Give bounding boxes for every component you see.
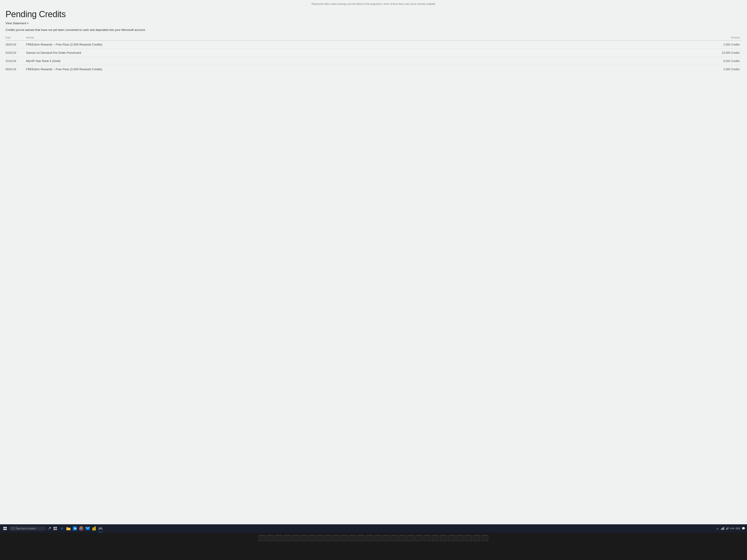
taskbar-app-icons: e 🛍 — [59, 526, 103, 531]
keyboard-key — [473, 535, 480, 541]
cell-reward: 2,000 Credits — [597, 65, 742, 74]
keyboard-key — [432, 535, 439, 541]
column-header-reward: Reward — [597, 35, 742, 41]
keyboard-key — [291, 535, 299, 541]
page-title: Pending Credits — [5, 9, 742, 19]
cell-activity: FREEdom Rewards – Free Pass (2,000 Rewar… — [26, 65, 597, 74]
credits-table: Date Activity Reward 28/02/18FREEdom Rew… — [5, 35, 742, 73]
table-row: 31/01/18MyVIP Star Rank 5 (Gold)6,032 Cr… — [5, 57, 742, 65]
svg-rect-12 — [721, 529, 721, 530]
keyboard-key — [283, 535, 291, 541]
svg-rect-2 — [54, 529, 55, 530]
keyboard-key — [440, 535, 447, 541]
cell-reward: 6,032 Credits — [597, 57, 742, 65]
svg-rect-14 — [722, 528, 723, 530]
search-icon — [11, 527, 14, 530]
cell-activity: FREEdom Rewards – Free Pass (2,000 Rewar… — [26, 41, 597, 49]
time-display: 05/0 — [736, 527, 740, 530]
cell-activity: MyVIP Star Rank 5 (Gold) — [26, 57, 597, 65]
svg-rect-16 — [724, 527, 724, 530]
keyboard-key — [399, 535, 406, 541]
view-statement-button[interactable]: View Statement ▾ — [5, 22, 28, 25]
column-header-date: Date — [5, 35, 26, 41]
cell-date: 31/01/18 — [5, 57, 26, 65]
keyboard-key — [267, 535, 274, 541]
show-hidden-icons[interactable]: ⋀ — [716, 527, 719, 530]
svg-rect-11 — [95, 526, 96, 531]
system-clock[interactable]: 05/0 — [736, 527, 740, 530]
cell-date: 06/01/18 — [5, 65, 26, 74]
keyboard-key — [275, 535, 282, 541]
keyboard-key — [333, 535, 340, 541]
language-indicator[interactable]: ENG — [731, 527, 735, 530]
microsoft-store-icon[interactable]: 🛍 — [72, 526, 77, 531]
keyboard-key — [415, 535, 422, 541]
keyboard-key — [358, 535, 365, 541]
svg-rect-9 — [93, 528, 93, 531]
svg-rect-13 — [722, 528, 722, 530]
taskbar-search[interactable]: Type here to search — [9, 526, 46, 531]
svg-rect-1 — [55, 527, 57, 528]
disclaimer-text: *Represents offers and/or earnings over … — [5, 3, 742, 5]
keyboard-key — [300, 535, 307, 541]
cell-reward: 15,000 Credits — [597, 49, 742, 57]
keyboard-key — [465, 535, 472, 541]
svg-rect-3 — [55, 529, 57, 530]
table-row: 02/02/18Games on Demand Pre-Order Punchc… — [5, 49, 742, 57]
cell-date: 28/02/18 — [5, 41, 26, 49]
cell-date: 02/02/18 — [5, 49, 26, 57]
keyboard-key — [259, 535, 266, 541]
keyboard-area: // We'll create keys via JS below — [0, 533, 747, 560]
keyboard-key — [448, 535, 456, 541]
xbox-icon[interactable]: 🎮 — [98, 526, 103, 531]
powerbi-icon[interactable] — [92, 526, 97, 531]
svg-rect-5 — [67, 527, 68, 528]
table-header-row: Date Activity Reward — [5, 35, 742, 41]
column-header-activity: Activity — [26, 35, 597, 41]
keyboard-row: // We'll create keys via JS below — [0, 535, 747, 541]
network-icon[interactable] — [721, 527, 724, 530]
keyboard-key — [341, 535, 348, 541]
chrome-browser-icon[interactable] — [79, 526, 84, 531]
table-row: 28/02/18FREEdom Rewards – Free Pass (2,0… — [5, 41, 742, 49]
svg-rect-4 — [67, 528, 71, 530]
keyboard-key — [390, 535, 398, 541]
svg-rect-0 — [54, 527, 55, 528]
volume-icon[interactable]: 🔊 — [726, 527, 729, 530]
table-row: 06/01/18FREEdom Rewards – Free Pass (2,0… — [5, 65, 742, 74]
keyboard-key — [481, 535, 488, 541]
svg-rect-10 — [94, 527, 95, 531]
keyboard-key — [423, 535, 431, 541]
svg-rect-15 — [723, 527, 723, 530]
keyboard-key — [316, 535, 324, 541]
cell-activity: Games on Demand Pre-Order Punchcard — [26, 49, 597, 57]
keyboard-key — [407, 535, 414, 541]
keyboard-key — [456, 535, 464, 541]
description-text: Credits you've earned that have not yet … — [5, 28, 742, 32]
view-statement-label: View Statement — [5, 22, 26, 25]
keyboard-key — [325, 535, 332, 541]
keyboard-key — [308, 535, 315, 541]
edge-browser-icon[interactable]: e — [59, 526, 65, 531]
keyboard-key — [374, 535, 381, 541]
mail-icon[interactable] — [85, 526, 90, 531]
search-placeholder: Type here to search — [16, 527, 36, 530]
task-view-icon[interactable] — [53, 526, 58, 531]
taskbar: Type here to search 🎤 e — [0, 524, 747, 533]
cortana-mic-icon[interactable]: 🎤 — [47, 526, 52, 531]
file-explorer-icon[interactable] — [66, 526, 71, 531]
keyboard-key — [349, 535, 357, 541]
keyboard-key — [366, 535, 373, 541]
cell-reward: 2,000 Credits — [597, 41, 742, 49]
keyboard-key — [382, 535, 389, 541]
system-tray: ⋀ 🔊 ENG 05/0 — [716, 527, 745, 530]
windows-start-button[interactable] — [2, 525, 8, 532]
notification-center-icon[interactable]: 💬 — [742, 527, 745, 530]
chevron-down-icon: ▾ — [27, 22, 28, 25]
